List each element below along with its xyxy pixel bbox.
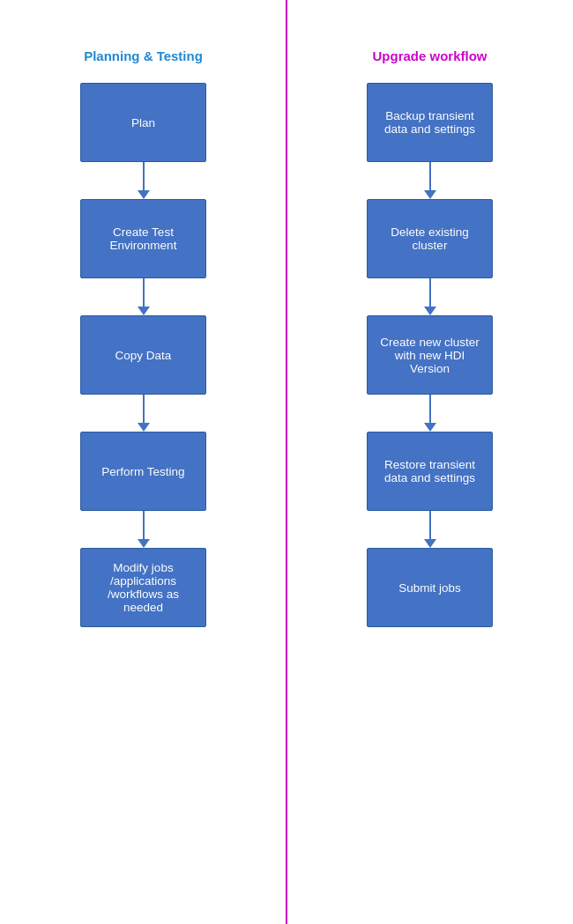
arrow-r1 — [424, 162, 436, 199]
arrow-line — [429, 278, 431, 307]
left-column: Planning & Testing Plan Create Test Envi… — [0, 0, 286, 924]
flow-item-restore-transient: Restore transient data and settings — [367, 432, 493, 548]
arrow-line — [429, 511, 431, 539]
box-plan: Plan — [80, 83, 206, 162]
box-create-test-env: Create Test Environment — [80, 199, 206, 278]
arrow-r4 — [424, 511, 436, 548]
box-backup-transient: Backup transient data and settings — [367, 83, 493, 162]
right-column-title: Upgrade workflow — [372, 48, 487, 63]
arrow-4 — [138, 511, 150, 548]
flow-item-perform-testing: Perform Testing — [80, 432, 206, 548]
arrow-line — [143, 162, 145, 190]
arrow-head — [424, 190, 436, 199]
arrow-line — [143, 511, 145, 539]
box-restore-transient: Restore transient data and settings — [367, 432, 493, 511]
flow-item-modify-jobs: Modify jobs /applications /workflows as … — [80, 548, 206, 627]
arrow-r3 — [424, 395, 436, 432]
arrow-line — [143, 395, 145, 423]
diagram-container: Planning & Testing Plan Create Test Envi… — [0, 0, 573, 924]
flow-item-submit-jobs: Submit jobs — [367, 548, 493, 627]
arrow-head — [138, 423, 150, 432]
right-column: Upgrade workflow Backup transient data a… — [286, 0, 573, 924]
left-column-title: Planning & Testing — [84, 48, 203, 63]
arrow-head — [138, 307, 150, 315]
arrow-line — [429, 162, 431, 190]
box-modify-jobs: Modify jobs /applications /workflows as … — [80, 548, 206, 627]
flow-item-create-new-cluster: Create new cluster with new HDI Version — [367, 315, 493, 432]
box-create-new-cluster: Create new cluster with new HDI Version — [367, 315, 493, 395]
box-copy-data: Copy Data — [80, 315, 206, 395]
flow-item-plan: Plan — [80, 83, 206, 199]
arrow-line — [143, 278, 145, 307]
arrow-line — [429, 395, 431, 423]
flow-item-delete-cluster: Delete existing cluster — [367, 199, 493, 315]
arrow-3 — [138, 395, 150, 432]
arrow-head — [138, 190, 150, 199]
columns-wrapper: Planning & Testing Plan Create Test Envi… — [0, 0, 573, 924]
flow-item-create-test-env: Create Test Environment — [80, 199, 206, 315]
flow-item-backup: Backup transient data and settings — [367, 83, 493, 199]
arrow-1 — [138, 162, 150, 199]
arrow-head — [424, 307, 436, 315]
arrow-r2 — [424, 278, 436, 315]
arrow-head — [138, 539, 150, 548]
arrow-head — [424, 539, 436, 548]
arrow-2 — [138, 278, 150, 315]
arrow-head — [424, 423, 436, 432]
box-perform-testing: Perform Testing — [80, 432, 206, 511]
box-submit-jobs: Submit jobs — [367, 548, 493, 627]
flow-item-copy-data: Copy Data — [80, 315, 206, 432]
box-delete-cluster: Delete existing cluster — [367, 199, 493, 278]
